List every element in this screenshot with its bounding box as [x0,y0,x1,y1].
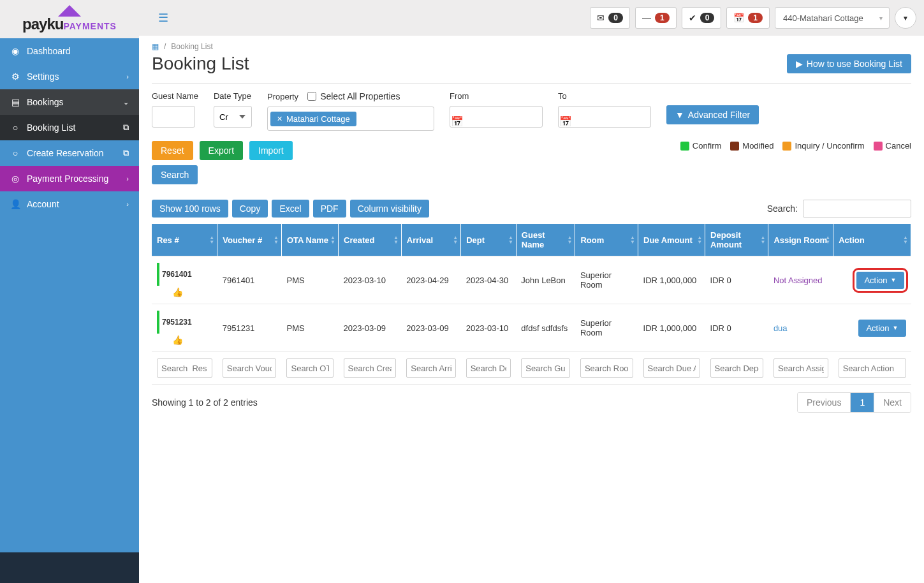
cell-arrival: 2023-04-29 [401,256,460,304]
col-header-5[interactable]: Dept▲▼ [461,224,517,256]
dropdown-circle-button[interactable]: ▼ [895,7,916,29]
thumbs-up-icon[interactable]: 👍 [172,335,212,345]
chevron-right-icon: › [126,73,129,80]
logo-sub: PAYMENTS [63,21,116,31]
date-type-label: Date Type [214,91,252,101]
col-search-11[interactable] [839,358,906,378]
sidebar-item-label: Settings [27,71,59,82]
search-button[interactable]: Search [152,165,198,184]
col-search-8[interactable] [643,358,700,378]
thumbs-up-icon[interactable]: 👍 [172,287,212,297]
play-icon: ▶ [796,59,803,69]
advanced-filter-button[interactable]: ▼ Advanced Filter [666,105,759,124]
show-rows-button[interactable]: Show 100 rows [152,200,228,218]
breadcrumb-home-icon[interactable]: ▦ [152,42,159,51]
sidebar-item-dashboard[interactable]: ◉ Dashboard [0,38,139,64]
property-selector[interactable]: 440-Matahari Cottage [775,7,890,29]
cell-dept: 2023-04-30 [461,256,517,304]
check-icon: ✔ [689,13,696,23]
col-search-5[interactable] [466,358,511,378]
excel-button[interactable]: Excel [272,200,309,218]
stat-minus[interactable]: — 1 [635,7,677,29]
sidebar-item-payment-processing[interactable]: ◎ Payment Processing › [0,166,139,191]
cell-room: Superior Room [575,256,638,304]
select-all-checkbox[interactable] [307,92,316,101]
col-header-8[interactable]: Due Amount▲▼ [638,224,705,256]
col-header-2[interactable]: OTA Name▲▼ [281,224,338,256]
property-tag[interactable]: ✕ Matahari Cottage [270,112,356,126]
col-search-6[interactable] [521,358,570,378]
stat-badge: 0 [700,13,715,23]
next-page-button[interactable]: Next [874,393,911,412]
sidebar-item-bookings[interactable]: ▤ Bookings ⌄ [0,89,139,115]
col-header-0[interactable]: Res #▲▼ [152,224,217,256]
col-header-1[interactable]: Voucher #▲▼ [217,224,282,256]
logo-main: payku [22,15,63,33]
sort-icon: ▲▼ [568,235,573,244]
help-button[interactable]: ▶ How to use Booking List [787,54,911,73]
export-button[interactable]: Export [200,141,243,160]
sidebar-item-settings[interactable]: ⚙ Settings › [0,64,139,89]
sidebar-item-label: Create Reservation [27,148,104,158]
stat-check[interactable]: ✔ 0 [682,7,722,29]
page-1-button[interactable]: 1 [851,393,874,412]
sort-icon: ▲▼ [825,235,830,244]
sidebar-item-label: Booking List [27,122,75,133]
legend-inquiry-unconfirm: Inquiry / Unconfirm [782,141,864,151]
date-type-select[interactable] [214,106,252,128]
legend-swatch [782,142,791,151]
sidebar-item-account[interactable]: 👤 Account › [0,191,139,217]
property-tag-input[interactable]: ✕ Matahari Cottage [267,107,434,131]
pdf-button[interactable]: PDF [313,200,346,218]
breadcrumb: ▦ / Booking List [152,42,911,51]
col-header-3[interactable]: Created▲▼ [339,224,402,256]
col-search-2[interactable] [286,358,333,378]
legend-confirm: Confirm [680,141,722,151]
status-bar [157,263,159,286]
stat-calendar[interactable]: 📅 1 [726,7,770,29]
col-search-10[interactable] [774,358,828,378]
guest-name-input[interactable] [152,106,195,128]
col-header-4[interactable]: Arrival▲▼ [401,224,460,256]
col-header-9[interactable]: Deposit Amount▲▼ [705,224,768,256]
col-search-7[interactable] [580,358,633,378]
pagination: Previous 1 Next [797,392,911,413]
col-header-6[interactable]: Guest Name▲▼ [516,224,575,256]
sidebar-item-label: Bookings [27,97,64,107]
stat-envelope[interactable]: ✉ 0 [590,7,630,29]
topbar: ☰ ✉ 0— 1✔ 0📅 1 440-Matahari Cottage ▼ [139,0,924,36]
calendar-icon[interactable]: 📅 [559,115,572,128]
assign-room-link[interactable]: dua [774,323,788,333]
envelope-icon: ✉ [597,13,605,23]
calendar-icon[interactable]: 📅 [451,115,464,128]
col-search-3[interactable] [344,358,397,378]
col-search-4[interactable] [406,358,455,378]
reset-button[interactable]: Reset [152,141,193,160]
col-search-9[interactable] [710,358,763,378]
booking-table: Res #▲▼Voucher #▲▼OTA Name▲▼Created▲▼Arr… [152,224,911,385]
sort-icon: ▲▼ [697,235,702,244]
col-search-0[interactable] [157,358,212,378]
circle-icon: ○ [10,122,20,133]
stat-badge: 1 [748,13,763,23]
copy-button[interactable]: Copy [232,200,268,218]
import-button[interactable]: Import [249,141,293,160]
cell-guest: dfdsf sdfdsfs [516,304,575,352]
chevron-down-icon: ▼ [891,277,897,283]
cell-room: Superior Room [575,304,638,352]
select-all-properties[interactable]: Select All Properties [307,91,400,101]
row-action-button[interactable]: Action ▼ [856,272,904,289]
col-header-11[interactable]: Action▲▼ [833,224,911,256]
col-header-7[interactable]: Room▲▼ [575,224,638,256]
assign-room-link[interactable]: Not Assigned [774,276,823,285]
col-header-10[interactable]: Assign Room▲▼ [768,224,833,256]
row-action-button[interactable]: Action ▼ [858,320,906,337]
close-icon[interactable]: ✕ [277,115,282,123]
hamburger-icon[interactable]: ☰ [158,11,168,25]
sidebar-item-create-reservation[interactable]: ○ Create Reservation ⧉ [0,140,139,166]
prev-page-button[interactable]: Previous [798,393,851,412]
table-search-input[interactable] [803,200,911,218]
colvis-button[interactable]: Column visibility [350,200,429,218]
col-search-1[interactable] [223,358,277,378]
sidebar-item-booking-list[interactable]: ○ Booking List ⧉ [0,115,139,140]
